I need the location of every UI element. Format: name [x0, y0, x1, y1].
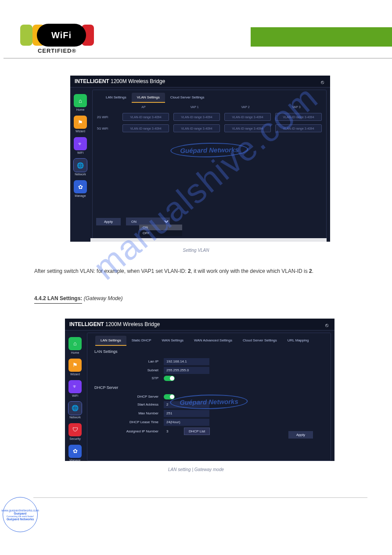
main-panel: LAN Settings VLAN Settings Cloud Server … — [92, 90, 327, 242]
app-title: INTELLIGENT 1200M Wireless Bridge — [70, 76, 330, 87]
lease-time-select[interactable]: 24(Hour) — [164, 419, 209, 426]
tab-wan-settings[interactable]: WAN Settings — [157, 336, 189, 346]
tab-vlan-settings[interactable]: VLAN Settings — [132, 93, 165, 103]
caption-setting-vlan: Setting VLAN — [0, 248, 392, 253]
body-text-d: 2 — [309, 268, 312, 274]
nav-network-label: Network — [70, 173, 90, 176]
app-title-light: 1200M Wireless Bridge — [109, 78, 165, 84]
vlan-5g-ap[interactable]: VLAN-ID range 3-4094 — [122, 124, 169, 132]
nav-network-label: Network — [65, 416, 85, 419]
apply-button[interactable]: Apply — [288, 431, 313, 439]
tab-wan-advanced[interactable]: WAN Advanced Settings — [189, 336, 237, 346]
lease-time-label: DHCP Lease Time — [91, 420, 164, 424]
dhcp-server-label: DHCP Server — [91, 395, 164, 399]
nav-wizard-icon[interactable]: ⚑ — [74, 116, 87, 129]
nav-security-icon[interactable]: 🛡 — [68, 423, 82, 436]
tab-lan-settings[interactable]: LAN Settings — [95, 336, 126, 346]
nav-wifi-icon[interactable]: ᯤ — [68, 380, 82, 393]
nav-manage-label: Manage — [65, 459, 85, 461]
nav-home-label: Home — [70, 108, 90, 111]
dropdown-on[interactable]: ON — [139, 225, 182, 230]
subnet-input[interactable]: 255.255.255.0 — [164, 367, 209, 374]
nav-home-icon[interactable]: ⌂ — [74, 94, 87, 107]
lan-ip-input[interactable]: 192.168.14.1 — [164, 358, 209, 365]
group-lan-settings: LAN Settings — [91, 348, 327, 355]
app-title: INTELLIGENT 1200M Wireless Bridge — [65, 319, 334, 330]
vlan-2g-vap2[interactable]: VLAN-ID range 3-4094 — [224, 113, 271, 121]
dhcp-server-toggle[interactable] — [164, 394, 175, 399]
nav-wifi-icon[interactable]: ᯤ — [74, 137, 87, 150]
watermark-guepard: Guépard Networks — [170, 142, 248, 158]
header-divider — [4, 58, 392, 58]
page-header: WiFi CERTIFIED® — [0, 0, 392, 58]
guepard-stamp: www.guepardnetworks.com Guépard Connecti… — [3, 497, 38, 532]
sidebar: ⌂Home ⚑Wizard ᯤWiFi 🌐Network 🛡Security ✿… — [65, 333, 85, 461]
col-vap3: VAP 3 — [271, 105, 322, 109]
max-number-input[interactable]: 251 — [164, 410, 209, 417]
tabs: LAN Settings Static DHCP WAN Settings WA… — [87, 333, 331, 346]
nav-home-icon[interactable]: ⌂ — [68, 337, 82, 350]
tabs: LAN Settings VLAN Settings Cloud Server … — [93, 90, 326, 103]
start-address-label: Start Address — [91, 403, 164, 406]
group-dhcp-server: DHCP Server — [91, 384, 327, 392]
col-vap2: VAP 2 — [220, 105, 271, 109]
subnet-label: Subnet — [91, 368, 164, 372]
scrollbar-area — [90, 238, 327, 242]
nav-manage-icon[interactable]: ✿ — [68, 445, 82, 458]
app-title-bold: INTELLIGENT — [75, 78, 109, 84]
screenshot-lan-settings: INTELLIGENT 1200M Wireless Bridge ⎋ ⌂Hom… — [65, 319, 334, 461]
vlan-2g-ap[interactable]: VLAN-ID range 3-4094 — [122, 113, 169, 121]
on-off-dropdown: ON OFF — [139, 225, 182, 236]
nav-wizard-icon[interactable]: ⚑ — [68, 359, 82, 372]
apply-bar: Apply ON — [93, 218, 326, 225]
wifi-logo-text: WiFi — [51, 30, 72, 40]
sidebar: ⌂Home ⚑Wizard ᯤWiFi 🌐Network ✿Manage — [70, 90, 90, 242]
vlan-5g-vap2[interactable]: VLAN-ID range 3-4094 — [224, 124, 271, 132]
tab-cloud-settings[interactable]: Cloud Server Settings — [237, 336, 282, 346]
tab-lan-settings[interactable]: LAN Settings — [101, 93, 132, 103]
gateway-mode-note: (Gateway Mode) — [84, 295, 123, 301]
assigned-ip-value: 3 — [164, 429, 174, 433]
row-2g-wifi: 2G WiFi VLAN-ID range 3-4094 VLAN-ID ran… — [93, 111, 326, 123]
stamp-company: Guépard Networks — [7, 518, 34, 521]
dhcp-list-button[interactable]: DHCP List — [184, 428, 210, 435]
vlan-column-headers: AP VAP 1 VAP 2 VAP 3 — [93, 103, 326, 111]
lan-ip-label: Lan IP — [91, 359, 164, 363]
col-ap: AP — [118, 105, 169, 109]
vlan-5g-vap1[interactable]: VLAN-ID range 3-4094 — [173, 124, 220, 132]
tab-static-dhcp[interactable]: Static DHCP — [126, 336, 157, 346]
vlan-2g-vap3[interactable]: VLAN-ID range 3-4094 — [275, 113, 322, 121]
assigned-ip-label: Assigned IP Number — [91, 429, 164, 433]
nav-manage-icon[interactable]: ✿ — [74, 180, 87, 193]
nav-security-label: Security — [65, 437, 85, 440]
row-5g-label: 5G WiFi — [97, 127, 118, 130]
stp-label: STP — [91, 376, 164, 380]
max-number-label: Max Number — [91, 411, 164, 415]
body-text-c: , it will work only with the device whic… — [191, 268, 309, 274]
tab-cloud-settings[interactable]: Cloud Server Settings — [165, 93, 210, 103]
nav-manage-label: Manage — [70, 194, 90, 197]
app-title-bold: INTELLIGENT — [69, 321, 104, 327]
tab-url-mapping[interactable]: URL Mapping — [282, 336, 314, 346]
body-text-b: 2 — [188, 268, 191, 274]
logout-icon[interactable]: ⎋ — [325, 322, 328, 328]
nav-network-icon[interactable]: 🌐 — [68, 402, 82, 415]
row-2g-label: 2G WiFi — [97, 116, 118, 119]
apply-button[interactable]: Apply — [96, 218, 121, 225]
nav-network-icon[interactable]: 🌐 — [74, 159, 87, 172]
stp-toggle[interactable] — [164, 376, 175, 381]
row-5g-wifi: 5G WiFi VLAN-ID range 3-4094 VLAN-ID ran… — [93, 123, 326, 134]
vlan-5g-vap3[interactable]: VLAN-ID range 3-4094 — [275, 124, 322, 132]
stamp-url: www.guepardnetworks.com — [1, 509, 39, 512]
vlan-2g-vap1[interactable]: VLAN-ID range 3-4094 — [173, 113, 220, 121]
certified-text: CERTIFIED® — [17, 47, 97, 54]
nav-wizard-label: Wizard — [70, 130, 90, 133]
caption-lan-gateway: LAN setting | Gateway mode — [0, 467, 392, 472]
stamp-brand: Guépard — [14, 512, 27, 515]
nav-wifi-label: WiFi — [65, 394, 85, 397]
dropdown-off[interactable]: OFF — [139, 230, 182, 236]
logout-icon[interactable]: ⎋ — [321, 79, 324, 85]
footer-divider — [33, 497, 367, 498]
nav-wizard-label: Wizard — [65, 373, 85, 376]
screenshot-vlan-settings: INTELLIGENT 1200M Wireless Bridge ⎋ ⌂Hom… — [70, 76, 330, 242]
